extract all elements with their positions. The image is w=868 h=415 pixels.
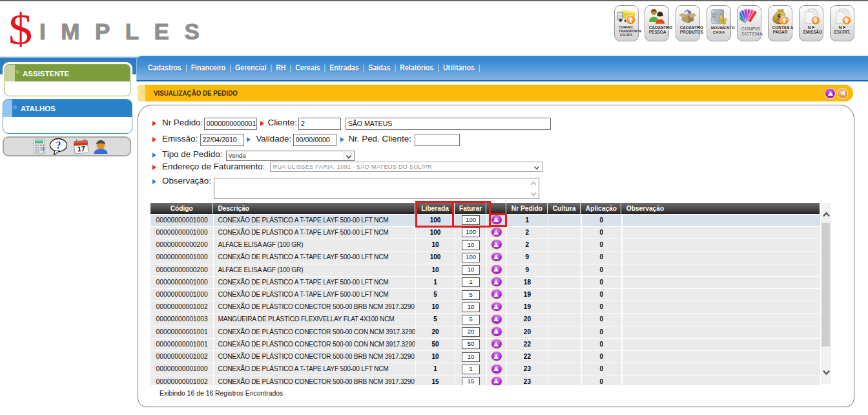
svg-text:17: 17 [77, 145, 85, 153]
svg-text:?: ? [56, 140, 61, 151]
